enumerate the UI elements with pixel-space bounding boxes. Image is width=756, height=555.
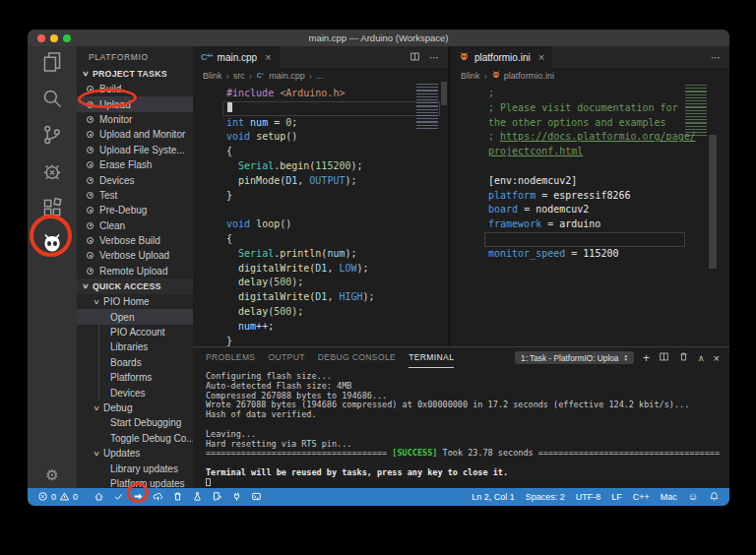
- extensions-icon[interactable]: [40, 196, 64, 219]
- close-tab-icon[interactable]: ×: [538, 52, 544, 63]
- terminal-task-select[interactable]: 1: Task - PlatformIO: Uploa ▲▼: [515, 351, 634, 364]
- panel-tab-debug-console[interactable]: DEBUG CONSOLE: [318, 347, 396, 368]
- code-line[interactable]: pinMode(D1, OUTPUT);: [222, 174, 440, 189]
- status-spaces-2[interactable]: Spaces: 2: [526, 492, 565, 502]
- status-lf[interactable]: LF: [611, 492, 622, 502]
- task-item-upload-and-monitor[interactable]: Upload and Monitor: [77, 127, 193, 142]
- minimap[interactable]: [685, 85, 707, 138]
- status-utf-8[interactable]: UTF-8: [576, 492, 601, 502]
- qa-group-pio-home[interactable]: ∨PIO Home: [77, 294, 193, 309]
- code-line[interactable]: ;: [484, 87, 685, 101]
- minimap[interactable]: [416, 84, 438, 131]
- task-item-devices[interactable]: Devices: [77, 172, 193, 187]
- close-window-button[interactable]: [37, 34, 45, 42]
- code-line[interactable]: delay(500);: [222, 276, 440, 290]
- code-line[interactable]: delay(500);: [222, 305, 440, 320]
- code-line[interactable]: ; Please visit documentation for: [484, 101, 685, 116]
- task-item-test[interactable]: Test: [77, 188, 193, 203]
- panel-tab-terminal[interactable]: TERMINAL: [409, 347, 454, 368]
- code-line[interactable]: [222, 203, 440, 217]
- qa-group-debug[interactable]: ∨Debug: [77, 401, 193, 415]
- code-line[interactable]: projectconf.html: [484, 145, 685, 159]
- qa-item-libraries[interactable]: Libraries: [77, 339, 193, 354]
- panel-tab-problems[interactable]: PROBLEMS: [206, 347, 255, 368]
- code-line[interactable]: num++;: [222, 320, 440, 335]
- scrollbar[interactable]: [441, 82, 447, 105]
- code-line[interactable]: void loop(): [222, 217, 440, 232]
- code-line[interactable]: framework = arduino: [484, 217, 685, 232]
- settings-gear-icon[interactable]: ⚙: [45, 467, 58, 482]
- status-ln-2-col-1[interactable]: Ln 2, Col 1: [472, 492, 515, 502]
- split-editor-icon[interactable]: [410, 51, 420, 64]
- qa-item-platform-updates[interactable]: Platform updates: [77, 476, 193, 488]
- pio-test-beaker-icon[interactable]: [192, 491, 203, 504]
- task-item-remote-upload[interactable]: Remote Upload: [77, 264, 193, 278]
- breadcrumb-item-main-cpp[interactable]: C+main.cpp: [256, 70, 305, 82]
- code-line[interactable]: platform = espressif8266: [484, 189, 685, 204]
- explorer-icon[interactable]: [40, 50, 64, 74]
- qa-group-updates[interactable]: ∨Updates: [77, 446, 193, 461]
- pio-run-task-icon[interactable]: [212, 491, 222, 504]
- breadcrumb-item-blink[interactable]: Blink: [461, 71, 480, 81]
- terminal-content[interactable]: Configuring flash size...Auto-detected F…: [193, 368, 729, 488]
- qa-item-boards[interactable]: Boards: [77, 355, 193, 370]
- pio-terminal-icon[interactable]: [251, 491, 262, 504]
- task-item-monitor[interactable]: Monitor: [77, 112, 193, 127]
- qa-item-start-debugging[interactable]: Start Debugging: [77, 415, 193, 430]
- scrollbar[interactable]: [709, 135, 717, 269]
- task-item-build[interactable]: Build: [77, 82, 193, 96]
- maximize-panel-chevron-icon[interactable]: ∧: [698, 353, 705, 363]
- status-c[interactable]: C++: [633, 492, 650, 502]
- minimize-window-button[interactable]: [50, 34, 58, 42]
- qa-item-library-updates[interactable]: Library updates: [77, 461, 193, 475]
- task-item-clean[interactable]: Clean: [77, 218, 193, 233]
- problems-summary[interactable]: 0 0: [37, 491, 78, 504]
- code-line[interactable]: #include <Arduino.h>: [222, 87, 440, 101]
- more-actions-icon[interactable]: ⋯: [711, 52, 721, 63]
- qa-item-toggle-debug-co[interactable]: Toggle Debug Co...: [77, 431, 193, 446]
- task-item-verbose-build[interactable]: Verbose Build: [77, 233, 193, 248]
- qa-item-devices[interactable]: Devices: [77, 385, 193, 400]
- debug-icon[interactable]: [40, 159, 64, 183]
- breadcrumb-item-[interactable]: ...: [316, 71, 324, 81]
- breadcrumb-item-platformio-ini[interactable]: platformio.ini: [491, 70, 554, 82]
- breadcrumb-item-src[interactable]: src: [233, 71, 245, 81]
- new-terminal-plus-icon[interactable]: +: [643, 351, 650, 365]
- search-icon[interactable]: [40, 87, 64, 110]
- zoom-window-button[interactable]: [63, 34, 71, 42]
- code-line[interactable]: {: [222, 145, 440, 159]
- task-item-verbose-upload[interactable]: Verbose Upload: [77, 248, 193, 263]
- close-tab-icon[interactable]: ×: [265, 52, 271, 63]
- project-tasks-header[interactable]: ∨ PROJECT TASKS: [77, 66, 193, 82]
- code-line[interactable]: [484, 232, 685, 247]
- notifications-bell-icon[interactable]: [709, 491, 720, 504]
- quick-access-header[interactable]: ∨ QUICK ACCESS: [77, 278, 193, 294]
- feedback-smiley-icon[interactable]: ☺: [688, 492, 698, 502]
- code-line[interactable]: [484, 159, 685, 174]
- breadcrumb-item-blink[interactable]: Blink: [203, 71, 222, 81]
- qa-item-open[interactable]: Open: [77, 309, 193, 324]
- code-line[interactable]: monitor_speed = 115200: [484, 247, 685, 262]
- code-line[interactable]: int num = 0;: [222, 116, 440, 131]
- code-line[interactable]: digitalWrite(D1, LOW);: [222, 262, 440, 277]
- more-actions-icon[interactable]: ⋯: [429, 52, 439, 63]
- code-line[interactable]: the other options and examples: [484, 116, 685, 131]
- code-line[interactable]: ; https://docs.platformio.org/page/: [484, 130, 685, 145]
- qa-item-pio-account[interactable]: PIO Account: [77, 325, 193, 339]
- pio-remote-cloud-icon[interactable]: [153, 491, 163, 504]
- code-line[interactable]: void setup(): [222, 130, 440, 145]
- code-line[interactable]: [env:nodemcuv2]: [484, 174, 685, 189]
- title-bar[interactable]: main.cpp — Arduino (Workspace): [28, 30, 729, 46]
- pio-build-check-icon[interactable]: [113, 491, 124, 504]
- code-line[interactable]: Serial.println(num);: [222, 247, 440, 262]
- panel-tab-output[interactable]: OUTPUT: [268, 347, 304, 368]
- status-mac[interactable]: Mac: [661, 492, 677, 502]
- split-terminal-icon[interactable]: [659, 351, 669, 364]
- pio-clean-trash-icon[interactable]: [172, 491, 183, 504]
- tab-main-cpp[interactable]: C++ main.cpp ×: [193, 46, 280, 68]
- close-panel-icon[interactable]: ×: [714, 352, 720, 364]
- task-item-pre-debug[interactable]: Pre-Debug: [77, 203, 193, 217]
- code-line[interactable]: digitalWrite(D1, HIGH);: [222, 290, 440, 305]
- pio-serial-plug-icon[interactable]: [231, 491, 242, 504]
- platformio-alien-icon[interactable]: [40, 232, 64, 256]
